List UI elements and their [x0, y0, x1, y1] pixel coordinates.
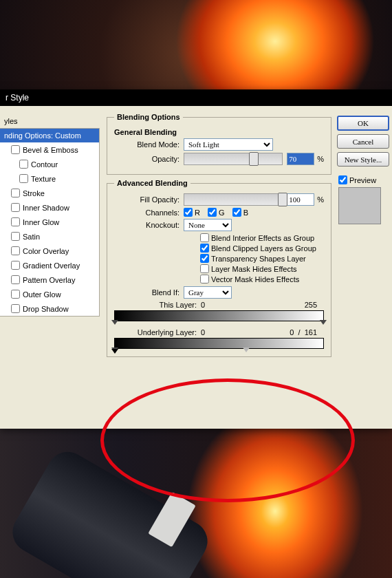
underlying-slash: / — [298, 328, 300, 336]
fill-opacity-pct: % — [314, 195, 324, 204]
layer-mask-hides-checkbox[interactable] — [200, 264, 209, 273]
blending-options-group: Blending Options General Blending Blend … — [107, 113, 331, 175]
channel-r-checkbox[interactable] — [184, 208, 193, 217]
underlying-white-stop-right[interactable] — [243, 347, 250, 356]
style-inner-glow[interactable]: Inner Glow — [0, 215, 99, 229]
inner-glow-checkbox[interactable] — [11, 217, 20, 226]
stroke-checkbox[interactable] — [11, 189, 20, 197]
underlying-hi-b: 161 — [305, 328, 317, 336]
underlying-white-stop-left[interactable] — [111, 349, 118, 357]
preview-swatch — [338, 187, 381, 224]
advanced-blending-heading: Advanced Blending — [114, 179, 190, 187]
fill-opacity-input[interactable] — [287, 193, 314, 206]
underlying-lo: 0 — [201, 328, 228, 336]
style-color-overlay[interactable]: Color Overlay — [0, 244, 99, 258]
underlying-layer-gradient[interactable] — [114, 338, 324, 349]
blend-mode-label: Blend Mode: — [114, 140, 184, 149]
options-panel: Blending Options General Blending Blend … — [100, 106, 337, 429]
style-bevel-emboss[interactable]: Bevel & Emboss — [0, 142, 99, 157]
channel-g[interactable]: G — [208, 208, 225, 217]
style-satin[interactable]: Satin — [0, 229, 99, 244]
layer-mask-hides-row[interactable]: Layer Mask Hides Effects — [200, 265, 297, 273]
transparency-shapes-row[interactable]: Transparency Shapes Layer — [200, 255, 306, 263]
dialog-buttons: OK Cancel New Style... Preview — [337, 106, 392, 429]
knockout-label: Knockout: — [114, 221, 184, 229]
vector-mask-hides-row[interactable]: Vector Mask Hides Effects — [200, 275, 299, 283]
blend-interior-checkbox[interactable] — [200, 233, 209, 242]
texture-checkbox[interactable] — [19, 174, 28, 183]
outer-glow-checkbox[interactable] — [11, 290, 20, 299]
knockout-select[interactable]: None — [184, 219, 232, 231]
blending-options-legend: Blending Options — [114, 113, 183, 121]
style-stroke[interactable]: Stroke — [0, 186, 99, 200]
channel-g-checkbox[interactable] — [208, 208, 217, 217]
style-texture[interactable]: Texture — [0, 171, 99, 186]
blend-mode-select[interactable]: Soft Light — [184, 138, 273, 151]
new-style-button[interactable]: New Style... — [337, 152, 389, 167]
blend-if-select[interactable]: Gray — [184, 286, 232, 299]
ok-button[interactable]: OK — [337, 116, 389, 131]
this-layer-white-stop[interactable] — [320, 320, 327, 328]
this-layer-hi: 255 — [305, 301, 324, 309]
styles-sidebar: yles nding Options: Custom Bevel & Embos… — [0, 106, 100, 429]
opacity-input[interactable] — [287, 153, 314, 165]
underlying-hi-a: 0 — [290, 328, 294, 336]
channel-b-checkbox[interactable] — [232, 208, 241, 217]
underlying-layer-label: Underlying Layer: — [114, 328, 201, 336]
style-pattern-overlay[interactable]: Pattern Overlay — [0, 272, 99, 287]
style-contour[interactable]: Contour — [0, 157, 99, 171]
style-drop-shadow[interactable]: Drop Shadow — [0, 301, 99, 316]
opacity-pct: % — [314, 155, 324, 163]
color-overlay-checkbox[interactable] — [11, 246, 20, 255]
pattern-overlay-checkbox[interactable] — [11, 275, 20, 284]
drop-shadow-checkbox[interactable] — [11, 304, 20, 313]
preview-row[interactable]: Preview — [338, 176, 376, 184]
fill-opacity-slider[interactable] — [184, 193, 283, 206]
blend-interior-row[interactable]: Blend Interior Effects as Group — [200, 234, 314, 242]
style-blending-options[interactable]: nding Options: Custom — [0, 129, 99, 142]
blend-clipped-checkbox[interactable] — [200, 244, 209, 253]
transparency-shapes-checkbox[interactable] — [200, 254, 209, 263]
styles-header: yles — [0, 117, 100, 128]
channel-b[interactable]: B — [232, 208, 248, 217]
opacity-slider[interactable] — [184, 153, 283, 165]
blend-if-label: Blend If: — [114, 288, 184, 297]
this-layer-black-stop[interactable] — [111, 320, 118, 328]
channel-r[interactable]: R — [184, 208, 200, 217]
dialog-title: r Style — [6, 93, 29, 103]
this-layer-label: This Layer: — [114, 301, 201, 309]
general-blending-heading: General Blending — [114, 128, 324, 136]
preview-checkbox[interactable] — [338, 175, 347, 184]
blend-clipped-row[interactable]: Blend Clipped Layers as Group — [200, 244, 316, 253]
style-gradient-overlay[interactable]: Gradient Overlay — [0, 258, 99, 272]
advanced-blending-group: Advanced Blending Fill Opacity: % Channe… — [107, 179, 331, 357]
inner-shadow-checkbox[interactable] — [11, 203, 20, 212]
style-outer-glow[interactable]: Outer Glow — [0, 287, 99, 301]
gradient-overlay-checkbox[interactable] — [11, 261, 20, 270]
fill-opacity-label: Fill Opacity: — [114, 195, 184, 204]
canvas-image-top — [0, 0, 392, 89]
dialog-titlebar[interactable]: r Style — [0, 89, 392, 106]
this-layer-lo: 0 — [201, 301, 228, 309]
bevel-emboss-checkbox[interactable] — [11, 145, 20, 154]
satin-checkbox[interactable] — [11, 232, 20, 241]
vector-mask-hides-checkbox[interactable] — [200, 275, 209, 283]
this-layer-gradient[interactable] — [114, 310, 324, 321]
style-inner-shadow[interactable]: Inner Shadow — [0, 200, 99, 215]
contour-checkbox[interactable] — [19, 160, 28, 169]
opacity-label: Opacity: — [114, 155, 184, 163]
cancel-button[interactable]: Cancel — [337, 134, 389, 149]
channels-label: Channels: — [114, 208, 184, 217]
layer-style-dialog: r Style yles nding Options: Custom Bevel… — [0, 89, 392, 429]
